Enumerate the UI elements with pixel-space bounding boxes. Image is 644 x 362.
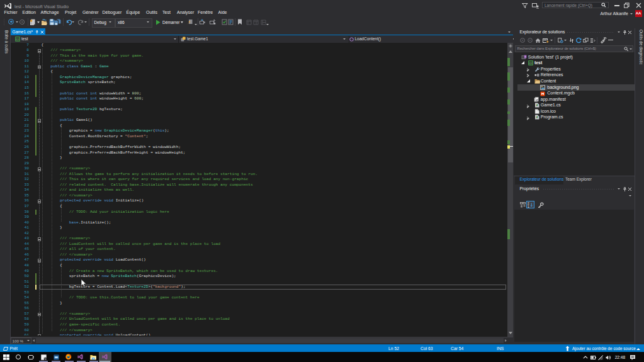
svg-text:1: 1 bbox=[528, 205, 529, 207]
svg-text:C#: C# bbox=[529, 62, 533, 65]
svg-text:#: # bbox=[536, 104, 538, 108]
svg-text:#: # bbox=[536, 116, 538, 120]
svg-text:C#: C# bbox=[16, 38, 20, 41]
